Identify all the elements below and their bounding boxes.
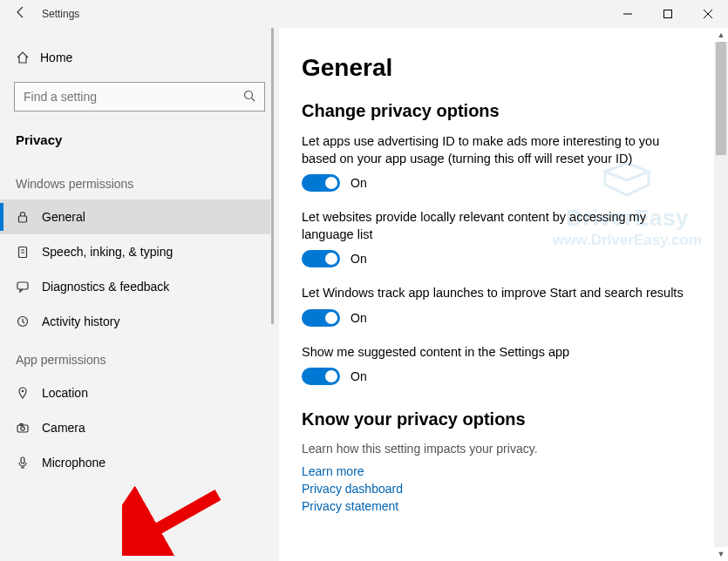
sidebar-item-label: Microphone <box>42 456 105 470</box>
sidebar-item-camera[interactable]: Camera <box>0 410 279 445</box>
titlebar: Settings <box>0 0 728 28</box>
toggle-state-label: On <box>350 369 367 383</box>
sidebar-scrollbar-thumb[interactable] <box>271 28 274 324</box>
toggle-track-app-launches[interactable] <box>302 309 340 327</box>
section-heading: Change privacy options <box>302 101 705 121</box>
clipboard-icon <box>16 245 42 259</box>
link-privacy-statement[interactable]: Privacy statement <box>302 499 705 513</box>
sidebar-item-microphone[interactable]: Microphone <box>0 445 279 480</box>
option-suggested-content: Show me suggested content in the Setting… <box>302 344 685 386</box>
option-advertising-id: Let apps use advertising ID to make ads … <box>302 133 685 192</box>
sidebar-item-label: General <box>42 210 85 224</box>
svg-point-10 <box>22 390 24 393</box>
camera-icon <box>16 421 42 435</box>
toggle-state-label: On <box>350 311 367 325</box>
scrollbar-thumb[interactable] <box>716 42 726 155</box>
lock-icon <box>16 210 42 224</box>
know-description: Learn how this setting impacts your priv… <box>302 442 705 456</box>
svg-line-3 <box>252 98 255 101</box>
home-icon <box>16 51 40 64</box>
toggle-advertising-id[interactable] <box>302 174 340 192</box>
scrollbar-arrow-up-icon[interactable]: ▲ <box>714 28 728 42</box>
location-icon <box>16 386 42 400</box>
close-button[interactable] <box>688 0 728 28</box>
sidebar-item-general[interactable]: General <box>0 199 279 234</box>
history-icon <box>16 314 42 328</box>
feedback-icon <box>16 280 42 294</box>
sidebar: Home Privacy Windows permissions General <box>0 28 279 561</box>
svg-rect-14 <box>21 457 24 463</box>
sidebar-item-label: Location <box>42 386 88 400</box>
sidebar-section-app-permissions: App permissions <box>0 339 279 375</box>
search-input[interactable] <box>24 90 243 104</box>
sidebar-section-windows-permissions: Windows permissions <box>0 163 279 199</box>
search-box[interactable] <box>14 82 265 112</box>
sidebar-item-label: Speech, inking, & typing <box>42 245 173 259</box>
sidebar-scrollbar[interactable] <box>270 28 279 455</box>
back-button[interactable] <box>0 5 42 23</box>
minimize-button[interactable] <box>608 0 648 28</box>
scrollbar-arrow-down-icon[interactable]: ▼ <box>714 547 728 561</box>
sidebar-item-label: Diagnostics & feedback <box>42 280 169 294</box>
toggle-language-list[interactable] <box>302 250 340 267</box>
sidebar-item-diagnostics-feedback[interactable]: Diagnostics & feedback <box>0 269 279 304</box>
svg-point-12 <box>21 427 24 430</box>
svg-rect-4 <box>19 216 27 222</box>
link-learn-more[interactable]: Learn more <box>302 464 705 478</box>
home-button[interactable]: Home <box>0 42 279 73</box>
microphone-icon <box>16 456 42 470</box>
home-label: Home <box>40 51 72 64</box>
option-language-list: Let websites provide locally relevant co… <box>302 209 685 267</box>
svg-rect-1 <box>664 10 672 18</box>
section-heading-know: Know your privacy options <box>302 409 705 429</box>
option-description: Let websites provide locally relevant co… <box>302 209 685 243</box>
main-scrollbar[interactable]: ▲ ▼ <box>714 28 728 561</box>
option-description: Let Windows track app launches to improv… <box>302 285 685 302</box>
sidebar-item-label: Camera <box>42 421 85 435</box>
sidebar-item-location[interactable]: Location <box>0 375 279 410</box>
svg-point-2 <box>245 91 253 98</box>
option-track-app-launches: Let Windows track app launches to improv… <box>302 285 685 327</box>
link-privacy-dashboard[interactable]: Privacy dashboard <box>302 482 705 496</box>
toggle-state-label: On <box>350 252 367 266</box>
main-content: General Change privacy options Let apps … <box>279 28 728 561</box>
sidebar-item-speech-inking-typing[interactable]: Speech, inking, & typing <box>0 234 279 269</box>
sidebar-category-header: Privacy <box>0 124 279 163</box>
sidebar-item-label: Activity history <box>42 314 119 328</box>
toggle-suggested-content[interactable] <box>302 368 340 385</box>
sidebar-item-activity-history[interactable]: Activity history <box>0 304 279 339</box>
svg-rect-8 <box>17 282 28 289</box>
option-description: Show me suggested content in the Setting… <box>302 344 685 362</box>
window-title: Settings <box>42 8 79 20</box>
page-title: General <box>302 54 705 82</box>
toggle-state-label: On <box>350 176 367 190</box>
option-description: Let apps use advertising ID to make ads … <box>302 133 685 167</box>
maximize-button[interactable] <box>648 0 688 28</box>
search-icon <box>243 90 255 105</box>
